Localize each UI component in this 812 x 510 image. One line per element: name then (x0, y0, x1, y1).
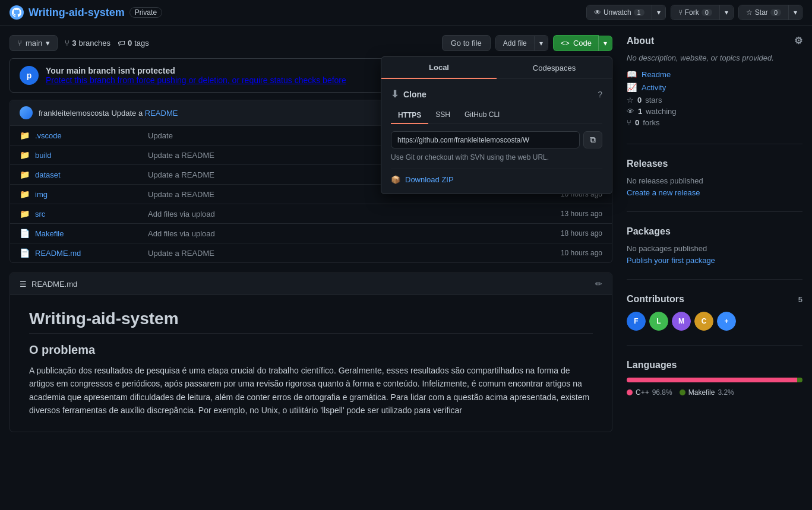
contributor-avatar[interactable]: F (627, 312, 646, 331)
settings-icon[interactable]: ⚙ (794, 35, 802, 46)
folder-icon: 📁 (20, 170, 29, 179)
clone-tab-https[interactable]: HTTPS (391, 107, 428, 124)
file-name: Makefile (35, 229, 142, 238)
tags-link[interactable]: 🏷 0 tags (118, 39, 149, 47)
go-to-file-button[interactable]: Go to file (442, 35, 491, 51)
commit-link[interactable]: Add files via upload (148, 229, 215, 238)
file-link[interactable]: img (35, 190, 48, 199)
readme-header: ☰ README.md ✏ (10, 273, 612, 295)
fork-button[interactable]: ⑂ Fork 0 (671, 5, 719, 20)
activity-link[interactable]: Activity (642, 83, 666, 92)
commit-link[interactable]: Update a README (148, 190, 214, 199)
tab-local[interactable]: Local (381, 57, 497, 79)
file-commit: Add files via upload (148, 210, 537, 218)
readme-body: Writing-aid-system O problema A publicaç… (10, 295, 612, 432)
file-link[interactable]: dataset (35, 170, 61, 179)
folder-icon: 📁 (20, 150, 29, 160)
file-link[interactable]: .vscode (35, 131, 62, 140)
add-file-button[interactable]: Add file (496, 36, 534, 50)
cpp-dot (627, 389, 633, 395)
contributor-avatar[interactable]: C (694, 312, 713, 331)
file-name: README.md (35, 248, 142, 258)
star-caret[interactable]: ▾ (788, 5, 802, 20)
unwatch-button[interactable]: 👁 Unwatch 1 (587, 5, 652, 20)
readme-link-row: 📖 Readme (627, 69, 802, 79)
alert-avatar: p (20, 66, 39, 85)
code-button-group: <> Code ▾ (553, 35, 612, 51)
clone-tab-cli[interactable]: GitHub CLI (457, 107, 507, 123)
repo-name-link[interactable]: Writing-aid-system (29, 7, 125, 19)
language-bar (627, 378, 802, 382)
star-group: ☆ Star 0 ▾ (738, 5, 802, 20)
copy-url-button[interactable]: ⧉ (583, 131, 602, 148)
commit-link[interactable]: Update a README (148, 249, 214, 258)
clone-tab-ssh[interactable]: SSH (428, 107, 457, 123)
language-legend: C++ 96.8% Makefile 3.2% (627, 388, 802, 397)
commit-link[interactable]: Update a README (148, 151, 214, 160)
add-file-caret[interactable]: ▾ (534, 36, 548, 50)
create-release-link[interactable]: Create a new release (627, 188, 700, 197)
add-file-group: Add file ▾ (495, 35, 548, 51)
contributor-avatar[interactable]: L (649, 312, 668, 331)
file-time: 10 hours ago (543, 249, 602, 257)
cpp-name: C++ (636, 388, 649, 397)
file-link[interactable]: build (35, 151, 51, 160)
code-caret[interactable]: ▾ (598, 36, 612, 51)
clone-method-tabs: HTTPS SSH GitHub CLI (391, 107, 602, 124)
edit-readme-button[interactable]: ✏ (595, 279, 602, 289)
chevron-down-icon: ▾ (46, 39, 50, 47)
fork-icon: ⑂ (678, 8, 683, 17)
watching-stat: 👁 1 watching (627, 107, 802, 116)
branch-bar: ⑂ main ▾ ⑂ 3 branches 🏷 0 tags Go to fil… (10, 35, 612, 51)
code-button[interactable]: <> Code (553, 35, 599, 51)
file-name: src (35, 209, 142, 218)
book-icon: 📖 (627, 69, 637, 79)
commit-link[interactable]: Update a README (148, 170, 214, 179)
star-stat-icon: ☆ (627, 96, 634, 104)
publish-package-link[interactable]: Publish your first package (627, 256, 715, 265)
activity-link-row: 📈 Activity (627, 83, 802, 92)
cpp-pct: 96.8% (652, 388, 672, 397)
folder-icon: 📁 (20, 209, 29, 218)
clone-hint: Use Git or checkout with SVN using the w… (391, 153, 602, 161)
clone-help-icon[interactable]: ? (598, 90, 602, 99)
commit-link[interactable]: Update (148, 131, 173, 140)
tag-icon: 🏷 (118, 39, 125, 47)
file-link[interactable]: src (35, 210, 45, 218)
makefile-name: Makefile (688, 388, 715, 397)
contributor-avatar[interactable]: + (717, 312, 736, 331)
commit-user-link[interactable]: frankleitelemoscosta (39, 109, 109, 118)
file-icon: 📄 (20, 229, 29, 238)
fork-caret[interactable]: ▾ (719, 5, 733, 20)
tab-codespaces[interactable]: Codespaces (497, 57, 612, 78)
file-link[interactable]: Makefile (35, 229, 64, 238)
code-icon: <> (561, 39, 570, 47)
url-input-row: ⧉ (391, 131, 602, 148)
branches-link[interactable]: ⑂ 3 branches (65, 39, 110, 47)
file-name: dataset (35, 170, 142, 179)
repo-title: Writing-aid-system Private (10, 5, 162, 20)
releases-title: Releases (627, 159, 802, 169)
main-layout: ⑂ main ▾ ⑂ 3 branches 🏷 0 tags Go to fil… (0, 26, 812, 442)
forks-stat: ⑂ 0 forks (627, 118, 802, 127)
alert-link[interactable]: Protect this branch from force pushing o… (46, 75, 346, 85)
star-button[interactable]: ☆ Star 0 (739, 5, 788, 20)
file-time: 13 hours ago (543, 210, 602, 218)
readme-link[interactable]: Readme (642, 70, 671, 79)
contributor-avatar[interactable]: M (672, 312, 691, 331)
no-releases-text: No releases published (627, 176, 802, 185)
dropdown-tabs: Local Codespaces (381, 57, 612, 79)
clone-url-input[interactable] (391, 131, 580, 148)
commit-link[interactable]: Add files via upload (148, 210, 215, 218)
readme-title: ☰ README.md (20, 280, 77, 289)
activity-icon: 📈 (627, 83, 637, 92)
clone-title: ⬇ Clone (391, 88, 426, 100)
file-link[interactable]: README.md (35, 249, 81, 258)
commit-msg-link[interactable]: Update a README (111, 109, 178, 118)
file-name: build (35, 150, 142, 160)
readme-paragraph: A publicação dos resultados de pesquisa … (29, 364, 593, 417)
commit-avatar (20, 106, 33, 119)
download-zip-link[interactable]: 📦 Download ZIP (391, 169, 602, 184)
branch-selector[interactable]: ⑂ main ▾ (10, 35, 58, 51)
unwatch-caret[interactable]: ▾ (652, 5, 665, 20)
